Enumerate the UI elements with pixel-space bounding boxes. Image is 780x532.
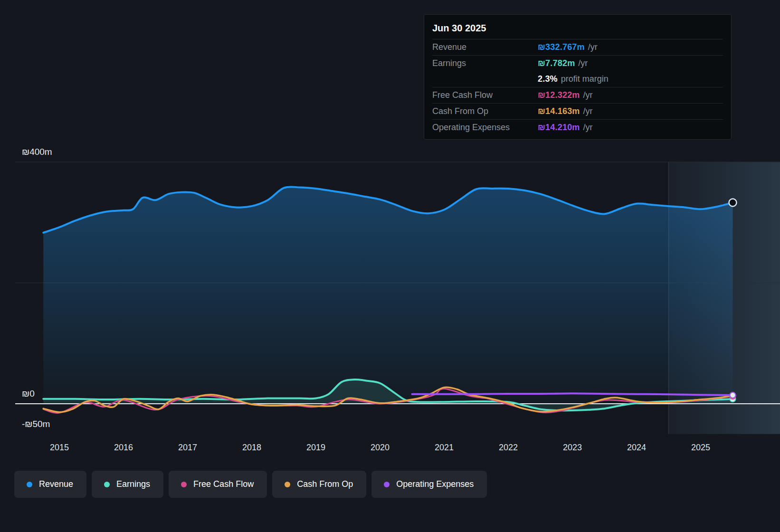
tooltip-row-earnings: Earnings₪7.782m/yr	[432, 55, 723, 71]
tooltip-row-cashop: Cash From Op₪14.163m/yr	[432, 103, 723, 119]
legend-item-revenue[interactable]: Revenue	[14, 471, 86, 498]
tooltip-rows: Revenue₪332.767m/yrEarnings₪7.782m/yr2.3…	[432, 39, 723, 135]
revenue-area	[43, 187, 732, 404]
x-axis-label-2017: 2017	[178, 443, 197, 452]
legend-label: Operating Expenses	[396, 479, 474, 489]
legend-item-fcf[interactable]: Free Cash Flow	[169, 471, 267, 498]
y-axis-label--50: -₪50m	[22, 419, 50, 429]
legend-label: Cash From Op	[297, 479, 353, 489]
tooltip-row-value: 2.3%	[538, 74, 558, 84]
opex-dot-icon	[384, 482, 390, 487]
tooltip-row-value: ₪14.163m	[538, 106, 580, 116]
legend-label: Free Cash Flow	[193, 479, 254, 489]
x-axis-label-2018: 2018	[242, 443, 261, 452]
x-axis-label-2021: 2021	[435, 443, 454, 452]
legend-item-cashop[interactable]: Cash From Op	[272, 471, 366, 498]
chart-svg[interactable]: ₪400m₪0-₪50m2015201620172018201920202021…	[0, 142, 780, 456]
x-axis-label-2022: 2022	[499, 443, 518, 452]
chart-plot-area[interactable]: ₪400m₪0-₪50m2015201620172018201920202021…	[0, 142, 780, 456]
tooltip-row-label: Cash From Op	[432, 106, 538, 116]
x-axis-label-2024: 2024	[627, 443, 646, 452]
legend-item-earnings[interactable]: Earnings	[92, 471, 163, 498]
x-axis-label-2023: 2023	[563, 443, 582, 452]
x-axis-label-2020: 2020	[371, 443, 390, 452]
cashop-dot-icon	[285, 482, 290, 487]
tooltip-row-label: Revenue	[432, 42, 538, 52]
x-axis-label-2025: 2025	[691, 443, 710, 452]
tooltip-row-label: Earnings	[432, 58, 538, 68]
fcf-dot-icon	[181, 482, 187, 487]
tooltip-row-value: ₪14.210m	[538, 123, 580, 133]
x-axis-label-2016: 2016	[114, 443, 133, 452]
tooltip-row-label: Free Cash Flow	[432, 90, 538, 100]
earnings-dot-icon	[104, 482, 110, 487]
tooltip-row-revenue: Revenue₪332.767m/yr	[432, 39, 723, 55]
tooltip-row-unit: /yr	[588, 42, 598, 52]
legend-label: Earnings	[116, 479, 150, 489]
tooltip-row-unit: profit margin	[561, 74, 609, 84]
chart-legend: RevenueEarningsFree Cash FlowCash From O…	[14, 471, 487, 498]
data-tooltip: Jun 30 2025 Revenue₪332.767m/yrEarnings₪…	[424, 14, 732, 140]
x-axis-label-2019: 2019	[306, 443, 325, 452]
legend-label: Revenue	[39, 479, 73, 489]
tooltip-row-unit: /yr	[583, 90, 593, 100]
revenue-dot-icon	[27, 482, 32, 487]
opex-endpoint-marker	[730, 392, 736, 398]
tooltip-row-margin: 2.3%profit margin	[432, 71, 723, 87]
tooltip-row-unit: /yr	[583, 106, 593, 116]
x-axis-label-2015: 2015	[50, 443, 69, 452]
tooltip-row-label: Operating Expenses	[432, 123, 538, 133]
tooltip-row-unit: /yr	[578, 58, 588, 68]
y-axis-label-400: ₪400m	[22, 147, 52, 157]
y-axis-label-0: ₪0	[22, 389, 35, 399]
tooltip-row-unit: /yr	[583, 123, 593, 133]
tooltip-row-fcf: Free Cash Flow₪12.322m/yr	[432, 87, 723, 103]
tooltip-row-value: ₪7.782m	[538, 58, 575, 68]
tooltip-row-opex: Operating Expenses₪14.210m/yr	[432, 119, 723, 135]
tooltip-date: Jun 30 2025	[432, 21, 723, 39]
tooltip-row-value: ₪12.322m	[538, 90, 580, 100]
tooltip-row-value: ₪332.767m	[538, 42, 585, 52]
legend-item-opex[interactable]: Operating Expenses	[371, 471, 487, 498]
revenue-endpoint-marker	[729, 199, 737, 207]
